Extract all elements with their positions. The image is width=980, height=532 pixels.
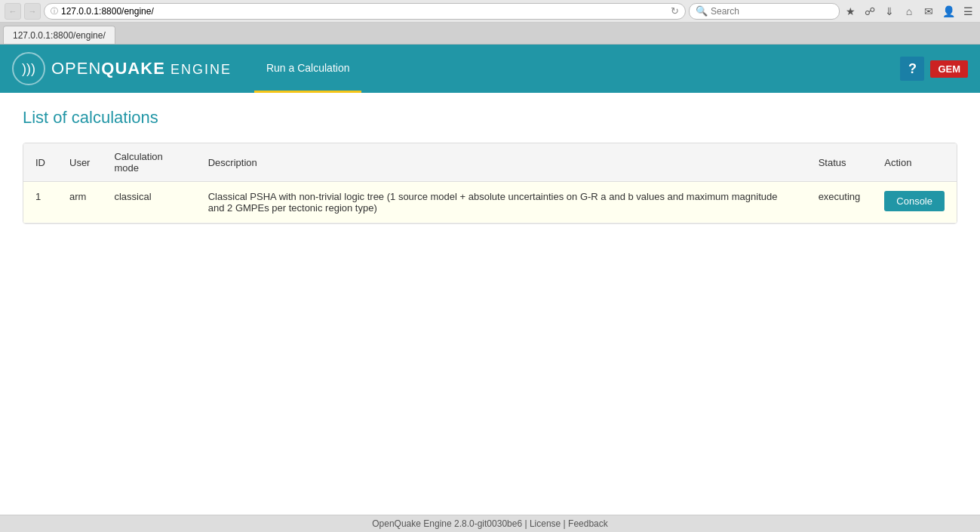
logo-icon: )))	[12, 52, 45, 85]
app-header: ))) OPENQUAKE ENGINE Run a Calculation ?…	[0, 45, 980, 93]
cell-status: executing	[806, 182, 873, 223]
col-header-id: ID	[23, 143, 57, 182]
table-header-row: ID User Calculation mode Description Sta…	[23, 143, 957, 182]
col-header-mode: Calculation mode	[102, 143, 195, 182]
page-title: List of calculations	[23, 108, 957, 128]
cell-id: 1	[23, 182, 57, 223]
shield-icon[interactable]: ✉	[921, 4, 936, 19]
forward-button[interactable]: →	[24, 3, 41, 20]
browser-toolbar: ← → ⓘ ↻ 🔍 ★ ☍ ⇓ ⌂ ✉ 👤 ☰	[0, 0, 980, 23]
col-header-action: Action	[872, 143, 957, 182]
home-icon[interactable]: ⌂	[902, 4, 917, 19]
browser-chrome: ← → ⓘ ↻ 🔍 ★ ☍ ⇓ ⌂ ✉ 👤 ☰ 127.0.0.1:8800/e…	[0, 0, 980, 45]
gem-button[interactable]: GEM	[930, 60, 968, 78]
bookmark-star-icon[interactable]: ★	[843, 4, 858, 19]
tab-bar: 127.0.0.1:8800/engine/	[0, 23, 980, 44]
refresh-button[interactable]: ↻	[671, 5, 679, 17]
cell-mode: classical	[102, 182, 195, 223]
footer-info: OpenQuake Engine 2.8.0-git0030be6	[372, 518, 522, 529]
download-icon[interactable]: ⇓	[882, 4, 897, 19]
calculations-table-wrapper: ID User Calculation mode Description Sta…	[23, 143, 957, 224]
license-link[interactable]: License	[530, 518, 561, 529]
logo-text: OPENQUAKE ENGINE	[51, 59, 232, 78]
console-button[interactable]: Console	[884, 191, 945, 211]
reading-list-icon[interactable]: ☍	[862, 4, 877, 19]
search-bar[interactable]: 🔍	[689, 3, 840, 20]
url-input[interactable]	[61, 6, 668, 17]
toolbar-icons: ★ ☍ ⇓ ⌂ ✉ 👤 ☰	[843, 4, 975, 19]
main-content: List of calculations ID User Calculation…	[0, 93, 980, 530]
logo-quake: QUAKE	[101, 59, 164, 78]
address-bar[interactable]: ⓘ ↻	[44, 3, 686, 20]
table-row: 1 arm classical Classical PSHA with non-…	[23, 182, 957, 223]
col-header-user: User	[57, 143, 102, 182]
feedback-link[interactable]: Feedback	[568, 518, 608, 529]
search-icon: 🔍	[696, 5, 708, 17]
col-header-status: Status	[806, 143, 873, 182]
lock-icon: ⓘ	[51, 6, 58, 17]
cell-description: Classical PSHA with non-trivial logic tr…	[196, 182, 806, 223]
col-header-description: Description	[196, 143, 806, 182]
logo-open: OPEN	[51, 59, 101, 78]
calculations-table: ID User Calculation mode Description Sta…	[23, 143, 957, 223]
cell-action: Console	[872, 182, 957, 223]
logo-engine: ENGINE	[171, 62, 232, 77]
help-button[interactable]: ?	[900, 57, 924, 81]
search-input[interactable]	[711, 6, 833, 17]
browser-tab[interactable]: 127.0.0.1:8800/engine/	[3, 26, 115, 44]
user-icon[interactable]: 👤	[941, 4, 956, 19]
menu-icon[interactable]: ☰	[960, 4, 975, 19]
logo-area: ))) OPENQUAKE ENGINE	[12, 52, 232, 85]
cell-user: arm	[57, 182, 102, 223]
back-button[interactable]: ←	[5, 3, 21, 20]
footer: OpenQuake Engine 2.8.0-git0030be6 | Lice…	[0, 515, 980, 530]
nav-tabs: Run a Calculation	[254, 45, 362, 93]
header-right: ? GEM	[900, 57, 968, 81]
nav-tab-run-calculation[interactable]: Run a Calculation	[254, 45, 362, 93]
